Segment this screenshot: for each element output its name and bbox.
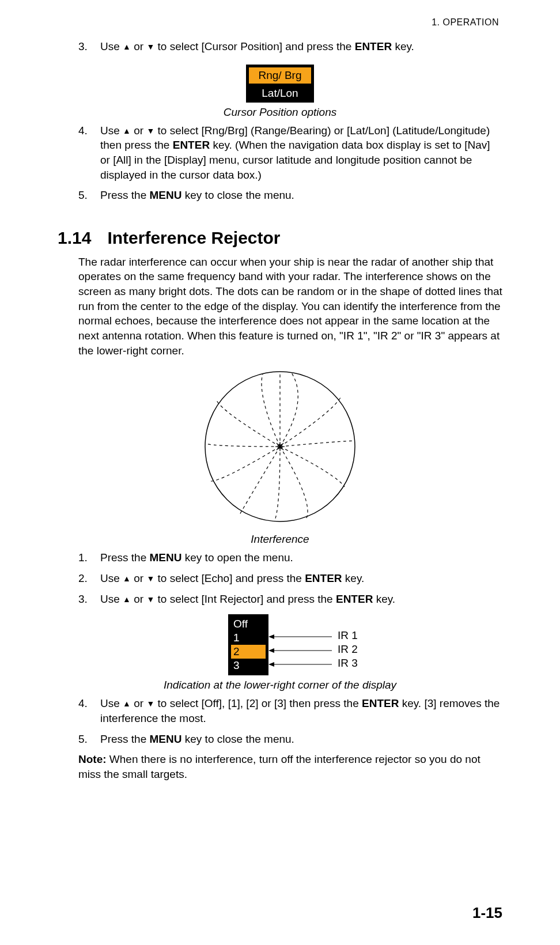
text: or xyxy=(131,40,146,52)
arrow-left-icon xyxy=(268,647,332,655)
section-a-steps-cont: 4. Use ▲ or ▼ to select [Rng/Brg] (Range… xyxy=(78,123,502,203)
text: key to open the menu. xyxy=(182,551,293,564)
text: key to close the menu. xyxy=(182,733,294,745)
step-5: 5. Press the MENU key to close the menu. xyxy=(78,188,502,203)
ir-item-2-selected: 2 xyxy=(231,645,266,659)
step-4: 4. Use ▲ or ▼ to select [Rng/Brg] (Range… xyxy=(78,123,502,183)
text: Use xyxy=(100,572,123,584)
up-arrow-icon: ▲ xyxy=(123,595,131,604)
cursor-position-option-box: Rng/ Brg Lat/Lon xyxy=(246,65,314,103)
text: Use xyxy=(100,593,123,605)
section-114-steps-cont: 4. Use ▲ or ▼ to select [Off], [1], [2] … xyxy=(78,696,502,746)
note-label: Note: xyxy=(78,753,107,765)
text: or xyxy=(131,697,146,709)
section-body-para: The radar interference can occur when yo… xyxy=(78,255,502,358)
interference-figure xyxy=(58,366,502,530)
s114-step-1: 1. Press the MENU key to open the menu. xyxy=(78,550,502,565)
key-name: ENTER xyxy=(362,697,399,709)
text: Press the xyxy=(100,189,150,201)
option-unselected: Lat/Lon xyxy=(247,85,313,101)
section-114-steps: 1. Press the MENU key to open the menu. … xyxy=(78,550,502,606)
s114-step-4: 4. Use ▲ or ▼ to select [Off], [1], [2] … xyxy=(78,696,502,725)
figure-caption-cursor: Cursor Position options xyxy=(58,106,502,119)
text: Use xyxy=(100,697,123,709)
text: key. xyxy=(373,593,395,605)
key-name: ENTER xyxy=(336,593,373,605)
down-arrow-icon: ▼ xyxy=(146,699,154,708)
arrow-left-icon xyxy=(268,660,332,668)
section-a-steps: 3. Use ▲ or ▼ to select [Cursor Position… xyxy=(78,39,502,54)
text: key to close the menu. xyxy=(182,189,294,201)
option-selected: Rng/ Brg xyxy=(249,67,311,84)
ir-label-2: IR 2 xyxy=(338,643,358,656)
text: to select [Off], [1], [2] or [3] then pr… xyxy=(154,697,362,709)
text: key. xyxy=(342,572,365,584)
section-heading-1-14: 1.14 Interference Rejector xyxy=(58,228,502,248)
text: key. xyxy=(392,40,414,52)
svg-marker-8 xyxy=(268,648,274,653)
s114-step-3: 3. Use ▲ or ▼ to select [Int Rejector] a… xyxy=(78,592,502,607)
figure-caption-interference: Interference xyxy=(58,533,502,546)
arrow-to-ir1 xyxy=(268,633,332,641)
section-title: Interference Rejector xyxy=(107,228,280,248)
step-number: 2. xyxy=(78,571,88,586)
s114-step-5: 5. Press the MENU key to close the menu. xyxy=(78,732,502,747)
step-3: 3. Use ▲ or ▼ to select [Cursor Position… xyxy=(78,39,502,54)
up-arrow-icon: ▲ xyxy=(123,699,131,708)
ir-item-1: 1 xyxy=(231,631,266,645)
text: Use xyxy=(100,40,123,52)
down-arrow-icon: ▼ xyxy=(146,126,154,135)
ir-option-box: Off 1 2 3 xyxy=(228,614,268,675)
text: or xyxy=(131,593,146,605)
note-para: Note: When there is no interference, tur… xyxy=(78,752,502,781)
section-number: 1.14 xyxy=(58,228,91,248)
ir-arrow-labels: IR 1 IR 2 IR 3 xyxy=(268,614,332,673)
text: or xyxy=(131,124,146,137)
key-name: MENU xyxy=(150,189,182,201)
key-name: MENU xyxy=(150,551,182,564)
down-arrow-icon: ▼ xyxy=(146,595,154,604)
up-arrow-icon: ▲ xyxy=(123,42,131,51)
text: to select [Int Rejector] and press the xyxy=(154,593,336,605)
up-arrow-icon: ▲ xyxy=(123,574,131,583)
step-number: 5. xyxy=(78,188,88,203)
page: 1. OPERATION 3. Use ▲ or ▼ to select [Cu… xyxy=(0,0,560,945)
step-number: 4. xyxy=(78,123,88,138)
text: to select [Echo] and press the xyxy=(154,572,305,584)
key-name: ENTER xyxy=(305,572,342,584)
key-name: ENTER xyxy=(355,40,392,52)
text: to select [Cursor Position] and press th… xyxy=(154,40,354,52)
int-rejector-figure: Off 1 2 3 IR 1 IR 2 IR 3 xyxy=(58,614,502,675)
ir-inner: Off 1 2 3 IR 1 IR 2 IR 3 xyxy=(228,614,332,675)
text: or xyxy=(131,572,146,584)
page-number: 1-15 xyxy=(472,904,502,922)
key-name: ENTER xyxy=(173,139,210,151)
svg-marker-6 xyxy=(268,634,274,639)
arrow-to-ir2 xyxy=(268,647,332,655)
ir-label-1: IR 1 xyxy=(338,629,358,642)
note-text: When there is no interference, turn off … xyxy=(78,753,480,780)
s114-step-2: 2. Use ▲ or ▼ to select [Echo] and press… xyxy=(78,571,502,586)
arrow-left-icon xyxy=(268,633,332,641)
running-head: 1. OPERATION xyxy=(58,17,499,28)
key-name: MENU xyxy=(150,733,182,745)
radar-interference-icon xyxy=(194,366,366,527)
step-number: 5. xyxy=(78,732,88,747)
down-arrow-icon: ▼ xyxy=(146,42,154,51)
step-number: 4. xyxy=(78,696,88,711)
down-arrow-icon: ▼ xyxy=(146,574,154,583)
step-number: 1. xyxy=(78,550,88,565)
figure-caption-ir: Indication at the lower-right corner of … xyxy=(58,679,502,691)
ir-item-3: 3 xyxy=(231,659,266,672)
ir-label-3: IR 3 xyxy=(338,657,358,670)
up-arrow-icon: ▲ xyxy=(123,126,131,135)
text: Press the xyxy=(100,551,150,564)
text: Press the xyxy=(100,733,150,745)
text: Use xyxy=(100,124,123,137)
svg-marker-10 xyxy=(268,662,274,667)
step-number: 3. xyxy=(78,39,88,54)
ir-item-off: Off xyxy=(231,617,266,631)
step-number: 3. xyxy=(78,592,88,607)
arrow-to-ir3 xyxy=(268,660,332,668)
